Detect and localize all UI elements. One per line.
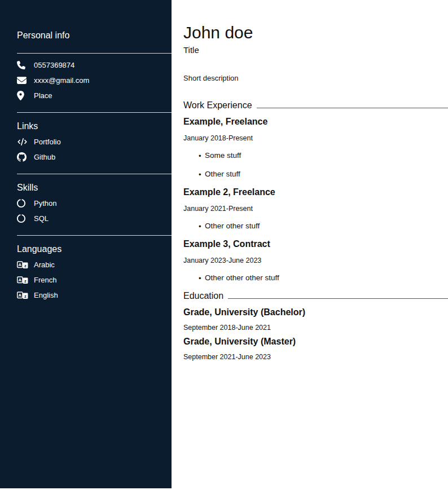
education-entry: Grade, University (Master) September 202… [183,336,448,361]
envelope-icon [17,76,28,85]
language-icon: Az [17,276,28,284]
svg-text:A: A [18,262,21,267]
skill-python-row: Python [17,196,172,211]
skill-python-label: Python [34,199,56,208]
divider [17,53,172,54]
work-entry-date: January 2021-Present [183,205,448,213]
work-entry-date: January 2018-Present [183,134,448,142]
contact-email-label: xxxx@gmail.com [34,76,89,85]
personal-info-list: 0557369874 xxxx@gmail.com Place [17,58,172,103]
contact-place-label: Place [34,91,52,100]
work-entry: Example, Freelance January 2018-Present … [183,116,448,179]
work-entry-bullets: Other other other stuff [183,273,448,282]
languages-list: Az Arabic Az French Az English [17,257,172,303]
section-heading-work-experience: Work Experience [183,100,448,111]
education-entry-date: September 2018-June 2021 [183,324,448,332]
education-entry-date: September 2021-June 2023 [183,353,448,361]
sidebar-section-title-links: Links [17,121,172,131]
code-icon [17,138,28,145]
work-entry-title: Example 2, Freelance [183,187,448,198]
language-english-label: English [34,291,58,299]
education-section: Education Grade, University (Bachelor) S… [183,290,448,361]
sidebar-section-title-skills: Skills [17,182,172,193]
work-entry-title: Example, Freelance [183,116,448,127]
location-pin-icon [17,91,28,100]
contact-phone-row: 0557369874 [17,58,172,73]
job-title: Title [183,45,448,55]
work-entry: Example 3, Contract January 2023-June 20… [183,239,448,282]
section-heading-education: Education [183,290,448,301]
link-github-label: Github [34,153,55,161]
work-entry-bullets: Some stuff Other stuff [183,151,448,179]
divider [17,112,172,113]
language-icon: Az [17,292,28,299]
language-arabic-label: Arabic [34,261,55,269]
link-portfolio-label: Portfolio [34,138,61,146]
bullet-item: Some stuff [183,151,448,160]
language-icon: Az [17,261,28,269]
short-description: Short description [183,74,448,83]
work-entry: Example 2, Freelance January 2021-Presen… [183,187,448,231]
skill-sql-row: SQL [17,211,172,226]
circle-notch-icon [17,199,28,208]
svg-text:z: z [24,278,27,283]
circle-notch-icon [17,214,28,223]
section-rule [228,298,448,299]
skill-sql-label: SQL [34,214,49,223]
svg-text:z: z [24,293,27,298]
svg-text:A: A [18,293,21,298]
phone-icon [17,61,28,69]
skills-list: Python SQL [17,196,172,226]
link-portfolio[interactable]: Portfolio [17,134,172,149]
work-entry-bullets: Other other stuff [183,222,448,231]
divider [17,174,172,174]
language-french-label: French [34,276,56,284]
link-github[interactable]: Github [17,149,172,165]
section-rule [257,108,448,108]
contact-place-row: Place [17,88,172,103]
education-entry: Grade, University (Bachelor) September 2… [183,307,448,332]
bullet-item: Other other stuff [183,222,448,231]
education-entry-title: Grade, University (Bachelor) [183,307,448,318]
resume-content: John doe Title Short description Work Ex… [183,0,448,361]
person-name: John doe [183,24,448,42]
svg-text:A: A [18,277,21,282]
work-entry-date: January 2023-June 2023 [183,257,448,264]
work-entry-title: Example 3, Contract [183,239,448,250]
language-english-row: Az English [17,288,172,303]
section-heading-label: Work Experience [183,100,252,111]
language-french-row: Az French [17,272,172,288]
sidebar-section-title-personal-info: Personal info [17,30,172,41]
svg-text:z: z [24,263,27,268]
section-heading-label: Education [183,290,223,301]
sidebar-section-title-languages: Languages [17,244,172,254]
bullet-item: Other stuff [183,170,448,179]
bullet-item: Other other other stuff [183,273,448,282]
github-icon [17,152,28,162]
contact-email-row: xxxx@gmail.com [17,73,172,88]
language-arabic-row: Az Arabic [17,257,172,272]
education-entry-title: Grade, University (Master) [183,336,448,347]
sidebar: Personal info 0557369874 xxxx@gmail.com … [0,0,172,488]
divider [17,235,172,236]
contact-phone-label: 0557369874 [34,61,74,69]
links-list: Portfolio Github [17,134,172,165]
